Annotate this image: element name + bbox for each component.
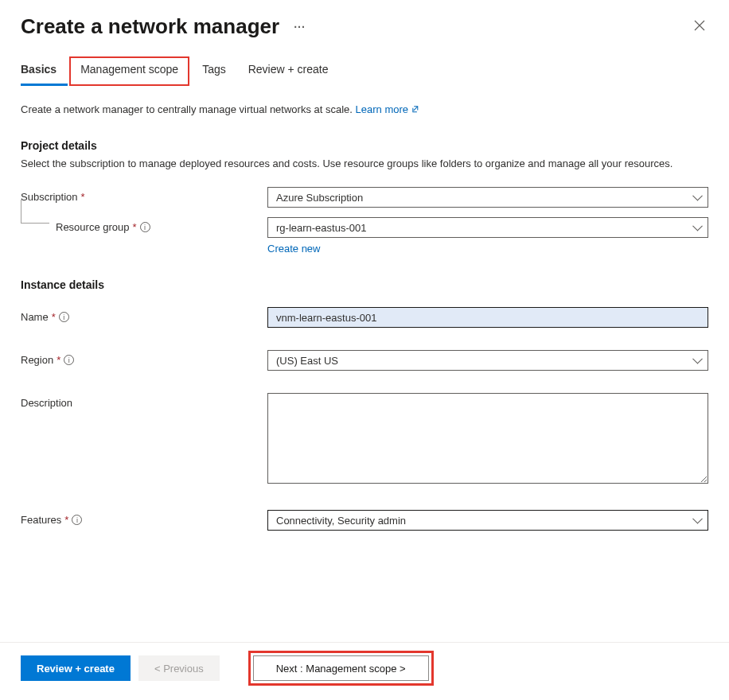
project-details-description: Select the subscription to manage deploy… xyxy=(21,157,708,171)
tree-line-icon xyxy=(21,200,49,224)
region-dropdown[interactable]: (US) East US xyxy=(267,350,708,371)
instance-details-heading: Instance details xyxy=(21,278,708,291)
subscription-label: Subscription * xyxy=(21,187,267,203)
tab-management-scope[interactable]: Management scope xyxy=(69,56,189,86)
info-icon[interactable]: i xyxy=(140,222,150,232)
info-icon[interactable]: i xyxy=(59,312,69,322)
project-details-heading: Project details xyxy=(21,139,708,152)
tab-review-create[interactable]: Review + create xyxy=(237,56,340,86)
create-new-link[interactable]: Create new xyxy=(267,243,320,255)
page-title: Create a network manager xyxy=(21,14,279,39)
name-input[interactable] xyxy=(267,307,708,328)
subscription-dropdown[interactable]: Azure Subscription xyxy=(267,187,708,208)
resource-group-label: Resource group * i xyxy=(21,217,267,233)
description-textarea[interactable] xyxy=(267,393,708,484)
resource-group-dropdown[interactable]: rg-learn-eastus-001 xyxy=(267,217,708,238)
info-icon[interactable]: i xyxy=(64,355,74,365)
features-dropdown[interactable]: Connectivity, Security admin xyxy=(267,510,708,531)
region-label: Region * i xyxy=(21,350,267,366)
name-label: Name * i xyxy=(21,307,267,323)
previous-button[interactable]: < Previous xyxy=(138,655,220,681)
features-label: Features * i xyxy=(21,510,267,526)
review-create-button[interactable]: Review + create xyxy=(21,655,131,681)
intro-text: Create a network manager to centrally ma… xyxy=(21,103,353,115)
tab-basics[interactable]: Basics xyxy=(21,56,68,86)
more-actions-icon[interactable]: ··· xyxy=(294,21,306,33)
footer-divider xyxy=(0,642,729,643)
external-link-icon xyxy=(411,105,420,114)
tab-bar: Basics Management scope Tags Review + cr… xyxy=(0,45,729,86)
info-icon[interactable]: i xyxy=(72,515,82,525)
close-button[interactable] xyxy=(691,17,708,37)
learn-more-link[interactable]: Learn more xyxy=(356,103,420,115)
description-label: Description xyxy=(21,393,267,409)
next-button[interactable]: Next : Management scope > xyxy=(253,655,429,681)
tab-tags[interactable]: Tags xyxy=(191,56,237,86)
